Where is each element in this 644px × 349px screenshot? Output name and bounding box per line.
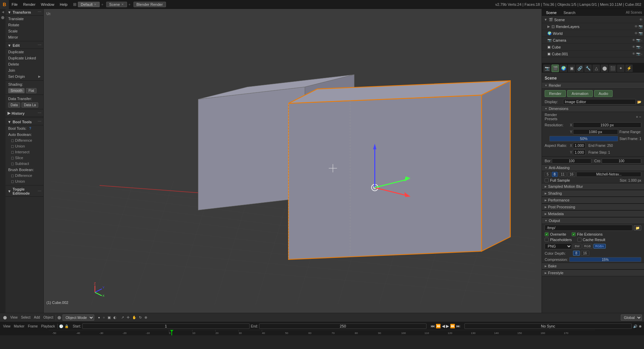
select-btn[interactable]: Select [20, 316, 32, 319]
metadata-header[interactable]: ▶ Metadata [542, 210, 644, 217]
duplicate-btn[interactable]: Duplicate [5, 49, 43, 55]
flat-btn[interactable]: Flat [26, 88, 37, 93]
brush-difference-btn[interactable]: ◻ Difference [5, 173, 43, 179]
file-ext-checkbox[interactable]: ✓ [572, 232, 576, 236]
solid-view-btn[interactable]: ● [97, 316, 101, 319]
step-fwd-btn[interactable]: ⏩ [450, 324, 455, 329]
viewport[interactable]: User Persp [44, 9, 542, 313]
cache-result-checkbox[interactable] [577, 238, 582, 242]
rgb-btn[interactable]: RGB [583, 244, 593, 249]
rotate-btn[interactable]: Rotate [5, 22, 43, 28]
freestyle-section-header[interactable]: ▶ Freestyle [542, 269, 644, 276]
mode-select[interactable]: Object Mode Edit Mode [62, 315, 94, 321]
duplicate-linked-btn[interactable]: Duplicate Linked [5, 55, 43, 61]
menu-render[interactable]: Render [20, 0, 38, 9]
auto-subtract-btn[interactable]: ◻ Subtract [5, 161, 43, 167]
end-frame-input[interactable]: 250 [259, 323, 426, 329]
smooth-btn[interactable]: Smooth [8, 88, 25, 93]
animation-button[interactable]: Animation [567, 90, 593, 97]
bake-section-header[interactable]: ▶ Bake [542, 263, 644, 269]
outliner-tab-scene[interactable]: Scene [544, 11, 559, 15]
translate-btn[interactable]: Translate [5, 16, 43, 22]
dimensions-section-header[interactable]: ▼ Dimensions [542, 105, 644, 112]
outliner-item-world[interactable]: 🌍 World 👁 📷 [542, 30, 644, 37]
format-select[interactable]: PNG JPEG OpenEXR [545, 243, 572, 249]
eye-icon-renderlayers[interactable]: 👁 [634, 25, 638, 28]
motion-blur-header[interactable]: ▶ Sampled Motion Blur [542, 183, 644, 190]
auto-union-btn[interactable]: ◻ Union [5, 143, 43, 149]
outliner-item-cube[interactable]: ▣ Cube 👁 📷 ↓ [542, 44, 644, 51]
render-button[interactable]: Render [545, 90, 566, 97]
bool-tools-header[interactable]: ▼ Bool Tools ⋯ [5, 118, 43, 125]
aa-5-btn[interactable]: 5 [545, 172, 551, 177]
audio-button[interactable]: Audio [594, 90, 613, 97]
output-path-input[interactable] [545, 225, 632, 231]
side-strip-icon-2[interactable]: ⬤ [0, 15, 5, 20]
output-section-header[interactable]: ▼ Output [542, 217, 644, 224]
eye-icon-world[interactable]: 👁 [634, 31, 638, 35]
scale-btn[interactable]: Scale [5, 28, 43, 34]
workspace-tab-default[interactable]: Default ✕ [78, 2, 100, 7]
aa-8-btn[interactable]: 8 [552, 172, 558, 177]
props-texture-btn[interactable]: ⬛ [609, 65, 616, 72]
props-render-btn[interactable]: 🎬 [551, 65, 559, 72]
engine-tab[interactable]: Blender Render [134, 2, 166, 7]
edit-header[interactable]: ▼ Edit ⋯ [5, 42, 43, 49]
aspect-y-value[interactable]: 1.000 [573, 150, 586, 155]
render-icon-camera[interactable]: 📷 [636, 38, 640, 42]
view-btn[interactable]: View [9, 316, 19, 319]
aa-16-btn[interactable]: 16 [568, 172, 575, 177]
cursor-tool-btn[interactable]: ✛ [126, 316, 130, 319]
menu-window[interactable]: Window [38, 0, 57, 9]
data-la-btn[interactable]: Data La [22, 102, 38, 108]
data-btn[interactable]: Data [8, 102, 20, 108]
material-view-btn[interactable]: ◐ [112, 316, 117, 319]
res-percent-value[interactable]: 50% [549, 136, 618, 141]
placeholders-checkbox[interactable] [545, 238, 549, 242]
record-icon[interactable]: ⏺ [639, 324, 642, 328]
presets-minus-icon[interactable]: − [639, 115, 641, 119]
sel-icon-camera[interactable]: ↓ [641, 38, 643, 42]
aa-filter-value[interactable]: Mitchell-Netrav... [576, 172, 641, 177]
jump-start-btn[interactable]: ⏮ [431, 324, 435, 329]
select-tool-btn[interactable]: ↗ [120, 316, 125, 319]
outliner-tab-search[interactable]: Search [561, 11, 577, 15]
props-object-btn[interactable]: ▣ [568, 65, 575, 72]
play-back-btn[interactable]: ◀ [442, 324, 445, 329]
delete-btn[interactable]: Delete [5, 61, 43, 67]
timeline-frame-btn[interactable]: Frame [27, 324, 39, 328]
props-world-btn[interactable]: 🌍 [560, 65, 567, 72]
res-y-value[interactable]: 1080 px [573, 129, 618, 135]
eye-icon-camera[interactable]: 👁 [632, 38, 635, 42]
timeline-view-btn[interactable]: View [2, 324, 12, 328]
aa-section-header[interactable]: ▼ Anti-Aliasing [542, 164, 644, 171]
blender-logo[interactable]: B [0, 0, 9, 9]
object-btn[interactable]: Object [42, 316, 54, 319]
grab-tool-btn[interactable]: ✋ [131, 316, 137, 319]
render-icon-world[interactable]: 📷 [639, 31, 643, 35]
eye-icon-scene[interactable]: 👁 [639, 18, 643, 22]
outliner-item-cube001[interactable]: ▣ Cube.001 👁 📷 ↓ [542, 51, 644, 57]
rotate-tool-btn[interactable]: ↻ [138, 316, 143, 319]
presets-plus-icon[interactable]: + [636, 115, 638, 119]
props-scene-btn[interactable]: 📷 [543, 65, 551, 72]
props-material-btn[interactable]: ⬤ [601, 65, 608, 72]
outliner-item-camera[interactable]: 📷 Camera 👁 📷 ↓ [542, 37, 644, 44]
brush-union-btn[interactable]: ◻ Union [5, 179, 43, 184]
auto-intersect-btn[interactable]: ◻ Intersect [5, 149, 43, 155]
render-section-header[interactable]: ▼ Render [542, 82, 644, 89]
sphere-icon[interactable]: ⬤ [2, 316, 8, 319]
post-processing-header[interactable]: ▶ Post Processing [542, 204, 644, 210]
props-physics-btn[interactable]: ⚡ [625, 65, 633, 72]
timeline-marker-btn[interactable]: Marker [13, 324, 26, 328]
render-icon-cube[interactable]: 📷 [636, 45, 640, 49]
audio-icon[interactable]: 🔊 [633, 324, 637, 328]
mirror-btn[interactable]: Mirror [5, 34, 43, 40]
compression-bar[interactable]: 15% [569, 257, 641, 262]
aspect-x-value[interactable]: 1.000 [573, 143, 586, 148]
toggle-editmode-header[interactable]: ▼ Toggle Editmode ⋯ [5, 186, 43, 197]
add-btn[interactable]: Add [33, 316, 41, 319]
timeline-playback-btn[interactable]: Playback [40, 324, 56, 328]
join-btn[interactable]: Join [5, 67, 43, 73]
transform-select[interactable]: Global Local View [621, 315, 642, 321]
